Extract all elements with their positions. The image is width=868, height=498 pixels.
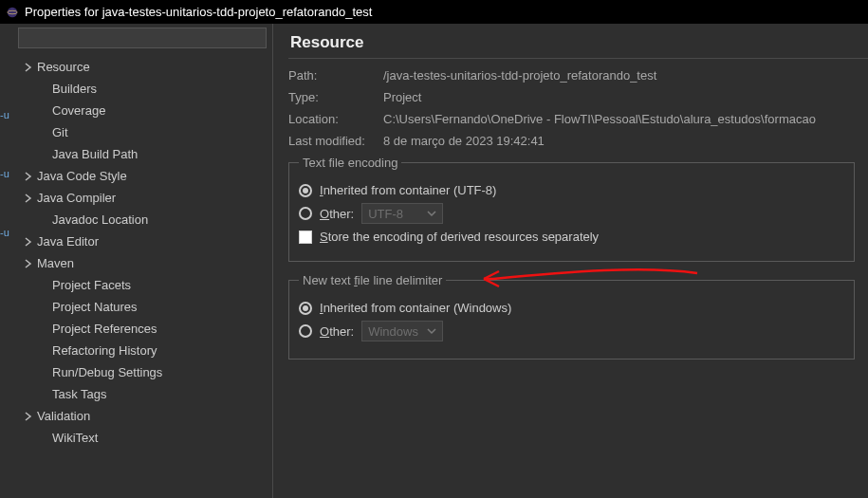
- sidebar-item-java-build-path[interactable]: Java Build Path: [12, 143, 272, 165]
- sidebar-item-label: Builders: [52, 82, 97, 96]
- sidebar-item-project-facets[interactable]: Project Facets: [12, 274, 272, 296]
- encoding-inherited-label: Inherited from container (UTF-8): [320, 183, 496, 197]
- divider: [288, 58, 868, 59]
- filter-input[interactable]: [18, 28, 267, 48]
- delimiter-inherited-label: Inherited from container (Windows): [320, 301, 511, 315]
- type-label: Type:: [288, 90, 383, 104]
- sidebar-item-java-code-style[interactable]: Java Code Style: [12, 165, 272, 187]
- sidebar-item-java-compiler[interactable]: Java Compiler: [12, 187, 272, 209]
- delimiter-inherited-row[interactable]: Inherited from container (Windows): [299, 301, 844, 315]
- location-value: C:\Users\Fernando\OneDrive - FlowTI\Pess…: [383, 112, 868, 126]
- resource-info: Path: /java-testes-unitarios-tdd-projeto…: [288, 68, 868, 148]
- category-tree: Resource Builders Coverage Git Java Buil…: [12, 54, 272, 498]
- sidebar-item-label: Java Compiler: [37, 191, 116, 205]
- type-value: Project: [383, 90, 868, 104]
- sidebar-item-builders[interactable]: Builders: [12, 78, 272, 100]
- sidebar-item-label: Java Editor: [37, 234, 99, 249]
- combo-value: UTF-8: [368, 207, 403, 221]
- sidebar-item-label: Resource: [37, 60, 90, 74]
- eclipse-icon: [6, 6, 19, 19]
- path-label: Path:: [288, 68, 383, 83]
- sidebar-item-project-references[interactable]: Project References: [12, 318, 272, 340]
- chevron-right-icon[interactable]: [22, 172, 35, 181]
- sidebar-item-label: Run/Debug Settings: [52, 365, 162, 379]
- sidebar-item-java-editor[interactable]: Java Editor: [12, 231, 272, 252]
- chevron-right-icon[interactable]: [22, 194, 35, 203]
- delimiter-other-row[interactable]: Other: Windows: [299, 321, 844, 341]
- sidebar-item-project-natures[interactable]: Project Natures: [12, 296, 272, 318]
- combo-value: Windows: [368, 324, 418, 339]
- encoding-store-label: Store the encoding of derived resources …: [320, 230, 599, 244]
- sidebar-item-resource[interactable]: Resource: [12, 56, 272, 78]
- encoding-other-label: Other:: [320, 207, 354, 221]
- sidebar: Resource Builders Coverage Git Java Buil…: [12, 24, 273, 498]
- encoding-inherited-row[interactable]: Inherited from container (UTF-8): [299, 183, 844, 197]
- delimiter-group: New text file line delimiter Inherited f…: [288, 273, 855, 360]
- sidebar-item-label: Project References: [52, 322, 157, 336]
- chevron-right-icon[interactable]: [22, 259, 35, 268]
- sidebar-item-wikitext[interactable]: WikiText: [12, 427, 272, 449]
- svg-point-0: [8, 7, 18, 17]
- location-label: Location:: [288, 112, 383, 126]
- encoding-group: Text file encoding Inherited from contai…: [288, 156, 855, 262]
- sidebar-item-validation[interactable]: Validation: [12, 405, 272, 427]
- sidebar-item-label: Javadoc Location: [52, 212, 148, 227]
- sidebar-item-label: Coverage: [52, 103, 105, 118]
- encoding-combo[interactable]: UTF-8: [361, 203, 443, 224]
- sidebar-item-javadoc-location[interactable]: Javadoc Location: [12, 209, 272, 231]
- titlebar: Properties for java-testes-unitarios-tdd…: [0, 0, 868, 24]
- sidebar-item-coverage[interactable]: Coverage: [12, 100, 272, 121]
- sidebar-item-label: Validation: [37, 409, 90, 423]
- encoding-store-row[interactable]: Store the encoding of derived resources …: [299, 230, 844, 244]
- page-title: Resource: [288, 33, 868, 52]
- checkbox-icon[interactable]: [299, 231, 312, 244]
- radio-icon[interactable]: [299, 302, 312, 315]
- sidebar-item-label: Java Code Style: [37, 169, 127, 183]
- sidebar-item-run-debug-settings[interactable]: Run/Debug Settings: [12, 361, 272, 383]
- chevron-down-icon: [427, 324, 436, 339]
- delimiter-combo[interactable]: Windows: [361, 321, 443, 341]
- chevron-right-icon[interactable]: [22, 412, 35, 421]
- sidebar-item-label: Project Facets: [52, 278, 131, 292]
- encoding-legend: Text file encoding: [299, 156, 401, 170]
- delimiter-legend: New text file line delimiter: [299, 273, 446, 287]
- sidebar-item-git[interactable]: Git: [12, 121, 272, 143]
- encoding-other-row[interactable]: Other: UTF-8: [299, 203, 844, 224]
- radio-icon[interactable]: [299, 207, 312, 220]
- sidebar-item-label: Java Build Path: [52, 147, 138, 161]
- radio-icon[interactable]: [299, 324, 312, 338]
- sidebar-item-refactoring-history[interactable]: Refactoring History: [12, 340, 272, 361]
- sidebar-item-label: Maven: [37, 256, 74, 270]
- delimiter-other-label: Other:: [320, 324, 354, 339]
- radio-icon[interactable]: [299, 184, 312, 197]
- modified-value: 8 de março de 2023 19:42:41: [383, 134, 868, 148]
- modified-label: Last modified:: [288, 134, 383, 148]
- left-edge-strip: -u-u-u: [0, 24, 12, 498]
- path-value: /java-testes-unitarios-tdd-projeto_refat…: [383, 68, 868, 83]
- sidebar-item-label: Task Tags: [52, 387, 107, 401]
- chevron-right-icon[interactable]: [22, 237, 35, 247]
- sidebar-item-task-tags[interactable]: Task Tags: [12, 383, 272, 405]
- sidebar-item-label: Git: [52, 125, 68, 139]
- sidebar-item-label: Refactoring History: [52, 343, 157, 358]
- chevron-down-icon: [427, 207, 436, 221]
- main-panel: Resource Path: /java-testes-unitarios-td…: [273, 24, 868, 498]
- window-title: Properties for java-testes-unitarios-tdd…: [25, 5, 372, 19]
- sidebar-item-maven[interactable]: Maven: [12, 252, 272, 274]
- sidebar-item-label: Project Natures: [52, 300, 138, 314]
- chevron-right-icon[interactable]: [22, 63, 35, 72]
- sidebar-item-label: WikiText: [52, 431, 98, 445]
